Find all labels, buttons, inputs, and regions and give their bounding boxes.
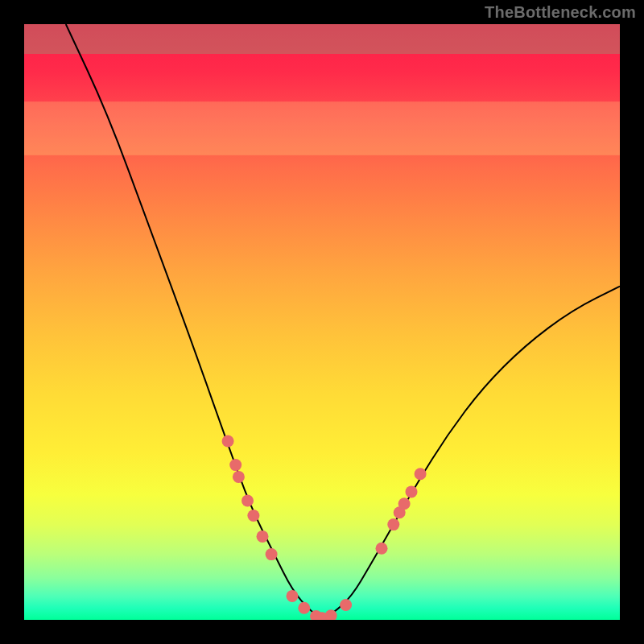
chart-band	[24, 101, 620, 155]
chart-marker-dot	[233, 471, 245, 483]
chart-marker-dot	[387, 518, 399, 530]
chart-plot-area	[24, 24, 620, 620]
chart-svg	[24, 24, 620, 620]
chart-marker-dot	[398, 497, 411, 510]
chart-marker-dot	[376, 543, 388, 555]
chart-marker-dot	[406, 485, 418, 497]
chart-frame: TheBottleneck.com	[0, 0, 644, 644]
chart-marker-dot	[340, 599, 352, 611]
chart-bands	[24, 24, 620, 155]
chart-marker-dot	[229, 459, 242, 471]
chart-marker-dot	[415, 468, 427, 480]
chart-marker-dot	[266, 548, 278, 560]
chart-marker-dot	[247, 510, 259, 522]
chart-marker-dot	[257, 530, 269, 543]
watermark-text: TheBottleneck.com	[485, 3, 636, 22]
chart-marker-dot	[242, 495, 254, 507]
chart-band	[24, 24, 620, 54]
chart-marker-dot	[222, 436, 234, 448]
chart-marker-dot	[287, 590, 299, 602]
chart-markers	[222, 436, 427, 621]
chart-marker-dot	[298, 602, 310, 614]
